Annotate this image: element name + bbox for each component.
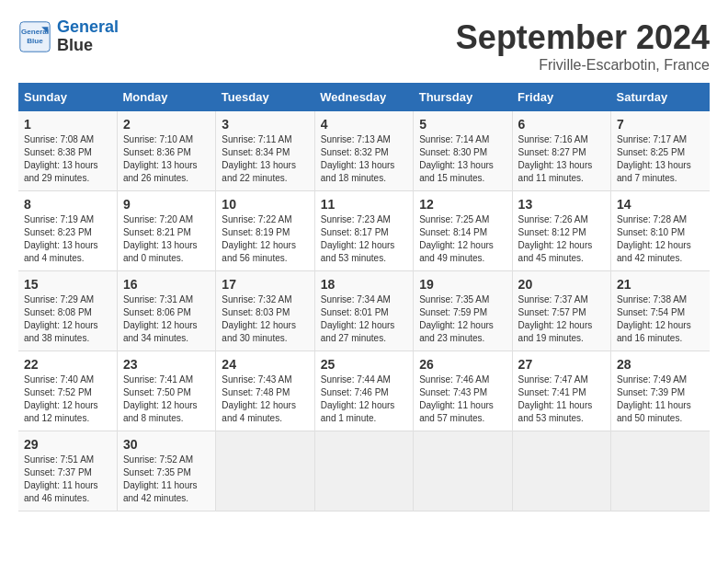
day-info: Sunrise: 7:46 AM Sunset: 7:43 PM Dayligh… xyxy=(419,373,506,425)
day-info: Sunrise: 7:10 AM Sunset: 8:36 PM Dayligh… xyxy=(123,133,210,185)
calendar-cell: 5 Sunrise: 7:14 AM Sunset: 8:30 PM Dayli… xyxy=(414,111,512,191)
day-number: 9 xyxy=(123,197,210,212)
header-saturday: Saturday xyxy=(611,83,710,111)
logo-icon: General Blue xyxy=(18,20,51,53)
location-subtitle: Friville-Escarbotin, France xyxy=(456,57,710,74)
calendar-cell: 4 Sunrise: 7:13 AM Sunset: 8:32 PM Dayli… xyxy=(314,111,413,191)
calendar-table: Sunday Monday Tuesday Wednesday Thursday… xyxy=(18,83,710,511)
day-number: 27 xyxy=(518,357,605,372)
calendar-cell: 12 Sunrise: 7:25 AM Sunset: 8:14 PM Dayl… xyxy=(414,191,512,271)
day-info: Sunrise: 7:26 AM Sunset: 8:12 PM Dayligh… xyxy=(518,213,605,265)
day-info: Sunrise: 7:22 AM Sunset: 8:19 PM Dayligh… xyxy=(222,213,308,265)
calendar-cell: 23 Sunrise: 7:41 AM Sunset: 7:50 PM Dayl… xyxy=(117,351,215,431)
calendar-week-row: 15 Sunrise: 7:29 AM Sunset: 8:08 PM Dayl… xyxy=(18,271,710,351)
day-info: Sunrise: 7:52 AM Sunset: 7:35 PM Dayligh… xyxy=(123,454,210,505)
header-friday: Friday xyxy=(512,83,610,111)
day-number: 2 xyxy=(123,117,210,132)
day-number: 7 xyxy=(617,117,704,132)
calendar-cell: 22 Sunrise: 7:40 AM Sunset: 7:52 PM Dayl… xyxy=(18,351,117,431)
day-info: Sunrise: 7:08 AM Sunset: 8:38 PM Dayligh… xyxy=(24,133,111,185)
day-number: 6 xyxy=(518,117,605,132)
day-number: 3 xyxy=(222,117,308,132)
calendar-cell: 3 Sunrise: 7:11 AM Sunset: 8:34 PM Dayli… xyxy=(216,111,314,191)
calendar-week-row: 8 Sunrise: 7:19 AM Sunset: 8:23 PM Dayli… xyxy=(18,191,710,271)
day-info: Sunrise: 7:35 AM Sunset: 7:59 PM Dayligh… xyxy=(419,293,506,345)
day-number: 26 xyxy=(419,357,506,372)
day-number: 19 xyxy=(419,277,506,292)
day-info: Sunrise: 7:32 AM Sunset: 8:03 PM Dayligh… xyxy=(222,293,308,345)
day-number: 15 xyxy=(24,277,111,292)
day-info: Sunrise: 7:43 AM Sunset: 7:48 PM Dayligh… xyxy=(222,373,308,425)
day-number: 24 xyxy=(222,357,308,372)
day-info: Sunrise: 7:14 AM Sunset: 8:30 PM Dayligh… xyxy=(419,133,506,185)
day-number: 12 xyxy=(419,197,506,212)
day-info: Sunrise: 7:34 AM Sunset: 8:01 PM Dayligh… xyxy=(321,293,407,345)
calendar-week-row: 29 Sunrise: 7:51 AM Sunset: 7:37 PM Dayl… xyxy=(18,431,710,511)
calendar-cell: 27 Sunrise: 7:47 AM Sunset: 7:41 PM Dayl… xyxy=(512,351,610,431)
day-number: 10 xyxy=(222,197,308,212)
month-title: September 2024 xyxy=(456,18,710,57)
day-info: Sunrise: 7:28 AM Sunset: 8:10 PM Dayligh… xyxy=(617,213,704,265)
title-block: September 2024 Friville-Escarbotin, Fran… xyxy=(456,18,710,74)
calendar-week-row: 1 Sunrise: 7:08 AM Sunset: 8:38 PM Dayli… xyxy=(18,111,710,191)
calendar-cell: 2 Sunrise: 7:10 AM Sunset: 8:36 PM Dayli… xyxy=(117,111,215,191)
day-number: 17 xyxy=(222,277,308,292)
day-number: 1 xyxy=(24,117,111,132)
day-info: Sunrise: 7:20 AM Sunset: 8:21 PM Dayligh… xyxy=(123,213,210,265)
day-info: Sunrise: 7:38 AM Sunset: 7:54 PM Dayligh… xyxy=(617,293,704,345)
day-info: Sunrise: 7:31 AM Sunset: 8:06 PM Dayligh… xyxy=(123,293,210,345)
calendar-cell: 30 Sunrise: 7:52 AM Sunset: 7:35 PM Dayl… xyxy=(117,431,215,511)
calendar-cell: 14 Sunrise: 7:28 AM Sunset: 8:10 PM Dayl… xyxy=(611,191,710,271)
logo-text: GeneralBlue xyxy=(57,18,119,55)
calendar-cell: 7 Sunrise: 7:17 AM Sunset: 8:25 PM Dayli… xyxy=(611,111,710,191)
calendar-cell xyxy=(314,431,413,511)
header-sunday: Sunday xyxy=(18,83,117,111)
day-number: 29 xyxy=(24,437,111,452)
logo: General Blue GeneralBlue xyxy=(18,18,119,55)
calendar-cell: 26 Sunrise: 7:46 AM Sunset: 7:43 PM Dayl… xyxy=(414,351,512,431)
day-number: 22 xyxy=(24,357,111,372)
calendar-cell xyxy=(414,431,512,511)
calendar-cell: 28 Sunrise: 7:49 AM Sunset: 7:39 PM Dayl… xyxy=(611,351,710,431)
day-number: 5 xyxy=(419,117,506,132)
day-info: Sunrise: 7:44 AM Sunset: 7:46 PM Dayligh… xyxy=(321,373,407,425)
calendar-header-row: Sunday Monday Tuesday Wednesday Thursday… xyxy=(18,83,710,111)
calendar-cell: 16 Sunrise: 7:31 AM Sunset: 8:06 PM Dayl… xyxy=(117,271,215,351)
day-info: Sunrise: 7:25 AM Sunset: 8:14 PM Dayligh… xyxy=(419,213,506,265)
calendar-cell: 18 Sunrise: 7:34 AM Sunset: 8:01 PM Dayl… xyxy=(314,271,413,351)
day-number: 20 xyxy=(518,277,605,292)
calendar-week-row: 22 Sunrise: 7:40 AM Sunset: 7:52 PM Dayl… xyxy=(18,351,710,431)
header-thursday: Thursday xyxy=(414,83,512,111)
day-number: 23 xyxy=(123,357,210,372)
day-number: 8 xyxy=(24,197,111,212)
day-info: Sunrise: 7:13 AM Sunset: 8:32 PM Dayligh… xyxy=(321,133,407,185)
day-number: 25 xyxy=(321,357,407,372)
header-monday: Monday xyxy=(117,83,215,111)
calendar-cell: 6 Sunrise: 7:16 AM Sunset: 8:27 PM Dayli… xyxy=(512,111,610,191)
calendar-cell: 9 Sunrise: 7:20 AM Sunset: 8:21 PM Dayli… xyxy=(117,191,215,271)
day-number: 18 xyxy=(321,277,407,292)
calendar-cell: 21 Sunrise: 7:38 AM Sunset: 7:54 PM Dayl… xyxy=(611,271,710,351)
day-info: Sunrise: 7:11 AM Sunset: 8:34 PM Dayligh… xyxy=(222,133,308,185)
calendar-cell xyxy=(611,431,710,511)
day-info: Sunrise: 7:40 AM Sunset: 7:52 PM Dayligh… xyxy=(24,373,111,425)
day-info: Sunrise: 7:37 AM Sunset: 7:57 PM Dayligh… xyxy=(518,293,605,345)
calendar-cell: 29 Sunrise: 7:51 AM Sunset: 7:37 PM Dayl… xyxy=(18,431,117,511)
day-info: Sunrise: 7:19 AM Sunset: 8:23 PM Dayligh… xyxy=(24,213,111,265)
day-info: Sunrise: 7:47 AM Sunset: 7:41 PM Dayligh… xyxy=(518,373,605,425)
day-info: Sunrise: 7:49 AM Sunset: 7:39 PM Dayligh… xyxy=(617,373,704,425)
day-info: Sunrise: 7:23 AM Sunset: 8:17 PM Dayligh… xyxy=(321,213,407,265)
day-number: 30 xyxy=(123,437,210,452)
calendar-cell: 11 Sunrise: 7:23 AM Sunset: 8:17 PM Dayl… xyxy=(314,191,413,271)
calendar-cell xyxy=(512,431,610,511)
day-number: 28 xyxy=(617,357,704,372)
day-number: 4 xyxy=(321,117,407,132)
header-wednesday: Wednesday xyxy=(314,83,413,111)
day-info: Sunrise: 7:17 AM Sunset: 8:25 PM Dayligh… xyxy=(617,133,704,185)
calendar-cell: 17 Sunrise: 7:32 AM Sunset: 8:03 PM Dayl… xyxy=(216,271,314,351)
page-header: General Blue GeneralBlue September 2024 … xyxy=(18,18,710,74)
calendar-cell: 15 Sunrise: 7:29 AM Sunset: 8:08 PM Dayl… xyxy=(18,271,117,351)
calendar-cell: 8 Sunrise: 7:19 AM Sunset: 8:23 PM Dayli… xyxy=(18,191,117,271)
calendar-cell: 13 Sunrise: 7:26 AM Sunset: 8:12 PM Dayl… xyxy=(512,191,610,271)
calendar-cell: 20 Sunrise: 7:37 AM Sunset: 7:57 PM Dayl… xyxy=(512,271,610,351)
